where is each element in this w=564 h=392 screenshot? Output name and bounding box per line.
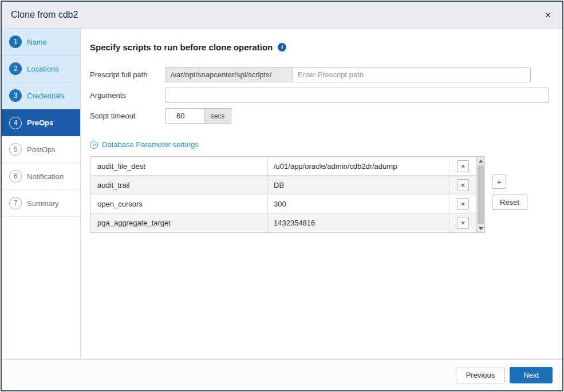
table-side-actions: + Reset — [492, 156, 527, 210]
step-number: 2 — [9, 62, 22, 75]
table-row: audit_trail DB × — [90, 176, 476, 195]
step-number: 3 — [9, 89, 22, 102]
wizard-footer: Previous Next — [2, 359, 562, 390]
wizard-steps-sidebar: 1 Name 2 Locations 3 Credentials 4 PreOp… — [2, 29, 81, 359]
prescript-path-label: Prescript full path — [90, 70, 165, 79]
table-row: open_cursors 300 × — [90, 195, 476, 213]
step-label: Locations — [27, 65, 59, 73]
database-parameter-settings-link[interactable]: Database Parameter settings — [90, 140, 198, 149]
param-name: audit_trail — [90, 176, 268, 194]
remove-param-button[interactable]: × — [457, 179, 469, 191]
sidebar-item-name[interactable]: 1 Name — [2, 29, 80, 56]
clone-wizard-window: Clone from cdb2 × 1 Name 2 Locations 3 C… — [1, 1, 563, 391]
titlebar: Clone from cdb2 × — [2, 2, 562, 29]
step-label: Name — [27, 38, 47, 46]
window-title: Clone from cdb2 — [11, 10, 78, 20]
chevron-down-icon — [90, 141, 98, 149]
scroll-up-icon[interactable] — [477, 157, 484, 165]
info-icon[interactable]: i — [278, 43, 286, 52]
sidebar-item-notification[interactable]: 6 Notification — [2, 163, 80, 190]
remove-param-button[interactable]: × — [457, 160, 469, 172]
param-value: /u01/app/oracle/admin/cdb2dr/adump — [268, 157, 449, 175]
sidebar-item-preops[interactable]: 4 PreOps — [2, 109, 80, 136]
remove-param-button[interactable]: × — [457, 217, 469, 229]
step-number: 1 — [9, 35, 22, 48]
scrollbar-thumb[interactable] — [478, 165, 484, 224]
step-label: Notification — [27, 172, 64, 181]
table-scrollbar[interactable] — [476, 156, 485, 233]
prescript-path-input[interactable] — [293, 67, 531, 82]
sidebar-item-credentials[interactable]: 3 Credentials — [2, 82, 80, 109]
close-icon[interactable]: × — [543, 9, 553, 21]
timeout-unit-label: secs — [204, 108, 231, 124]
parameters-table: audit_file_dest /u01/app/oracle/admin/cd… — [90, 156, 477, 233]
params-link-label: Database Parameter settings — [102, 140, 198, 149]
script-timeout-input[interactable] — [165, 108, 204, 124]
step-label: PostOps — [27, 145, 56, 154]
prescript-form: Prescript full path /var/opt/snapcenter/… — [90, 67, 551, 124]
remove-param-button[interactable]: × — [457, 198, 469, 210]
scroll-down-icon[interactable] — [477, 224, 484, 232]
param-name: open_cursors — [90, 195, 268, 213]
step-number: 7 — [9, 197, 22, 209]
arguments-label: Arguments — [90, 91, 165, 100]
sidebar-item-locations[interactable]: 2 Locations — [2, 56, 80, 82]
param-value: 300 — [268, 195, 449, 213]
wizard-content: Specify scripts to run before clone oper… — [81, 29, 562, 359]
prescript-base-path: /var/opt/snapcenter/spl/scripts/ — [165, 67, 293, 82]
script-timeout-label: Script timeout — [90, 112, 165, 120]
step-number: 6 — [9, 170, 22, 183]
add-param-button[interactable]: + — [492, 175, 506, 189]
param-name: pga_aggregate_target — [90, 213, 268, 232]
sidebar-item-summary[interactable]: 7 Summary — [2, 190, 80, 217]
arguments-input[interactable] — [165, 88, 549, 103]
parameters-table-area: audit_file_dest /u01/app/oracle/admin/cd… — [90, 156, 551, 233]
step-number: 5 — [9, 143, 22, 156]
step-label: Summary — [27, 199, 59, 208]
step-label: PreOps — [27, 118, 53, 127]
reset-params-button[interactable]: Reset — [492, 195, 527, 210]
table-row: pga_aggregate_target 1432354816 × — [90, 213, 476, 232]
page-title: Specify scripts to run before clone oper… — [90, 42, 273, 52]
next-button[interactable]: Next — [510, 367, 553, 383]
previous-button[interactable]: Previous — [456, 367, 506, 383]
table-row: audit_file_dest /u01/app/oracle/admin/cd… — [90, 157, 476, 176]
sidebar-item-postops[interactable]: 5 PostOps — [2, 136, 80, 163]
param-name: audit_file_dest — [90, 157, 268, 175]
param-value: DB — [268, 176, 449, 194]
step-label: Credentials — [27, 92, 65, 100]
step-number: 4 — [9, 117, 22, 129]
param-value: 1432354816 — [268, 213, 449, 232]
